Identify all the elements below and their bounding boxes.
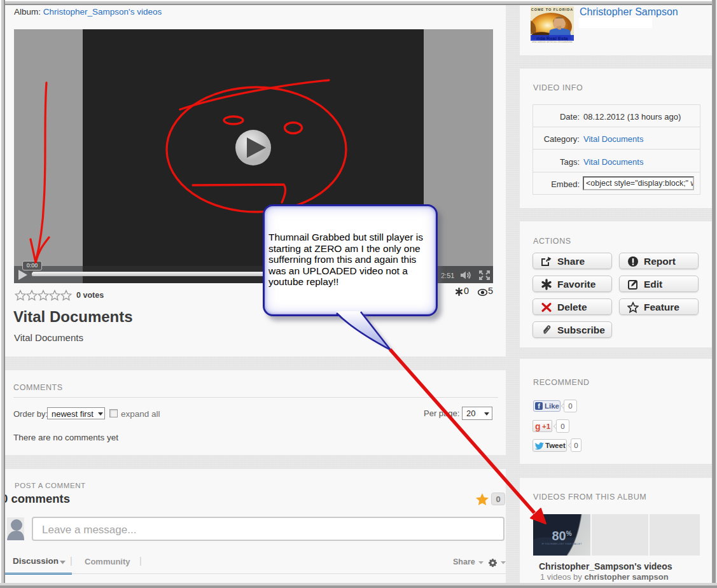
- svg-text:COME TO FLORIDA: COME TO FLORIDA: [531, 8, 574, 11]
- svg-text:what sampson get list you ch: what sampson get list you chrissamplistg…: [532, 41, 572, 43]
- svg-text:IF YOU EVER LOST YOUR WALLET: IF YOU EVER LOST YOUR WALLET: [542, 543, 583, 545]
